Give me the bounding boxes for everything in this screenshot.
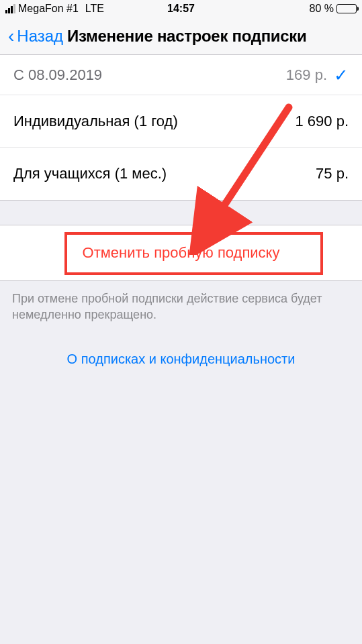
carrier-label: MegaFon #1 — [18, 3, 79, 15]
plan-option-row[interactable]: Для учащихся (1 мес.) 75 р. — [0, 148, 362, 200]
cancel-section: Отменить пробную подписку — [0, 225, 362, 281]
plan-option-row[interactable]: Индивидуальная (1 год) 1 690 р. — [0, 95, 362, 148]
subscription-list: С 08.09.2019 169 р. ✓ Индивидуальная (1 … — [0, 55, 362, 200]
chevron-left-icon: ‹ — [8, 27, 14, 46]
current-plan-price: 169 р. — [286, 66, 327, 84]
privacy-link-row: О подписках и конфиденциальности — [0, 339, 362, 379]
plan-option-price: 75 р. — [316, 165, 349, 182]
plan-option-price: 1 690 р. — [295, 113, 349, 130]
cancel-trial-button[interactable]: Отменить пробную подписку — [11, 237, 351, 268]
battery-percent: 80 % — [310, 3, 334, 15]
status-left: MegaFon #1 LTE — [5, 3, 104, 15]
back-button[interactable]: ‹ Назад — [8, 27, 63, 46]
plan-option-label: Для учащихся (1 мес.) — [13, 165, 167, 182]
section-gap — [0, 200, 362, 225]
nav-bar: ‹ Назад Изменение настроек подписки — [0, 17, 362, 55]
checkmark-icon: ✓ — [334, 66, 349, 84]
network-label: LTE — [85, 3, 104, 15]
privacy-link[interactable]: О подписках и конфиденциальности — [67, 352, 296, 366]
back-label: Назад — [17, 27, 63, 46]
status-bar: MegaFon #1 LTE 14:57 80 % — [0, 0, 362, 17]
plan-option-label: Индивидуальная (1 год) — [13, 113, 178, 130]
current-plan-since: С 08.09.2019 — [13, 66, 102, 84]
current-plan-row[interactable]: С 08.09.2019 169 р. ✓ — [0, 55, 362, 95]
cancel-footnote: При отмене пробной подписки действие сер… — [0, 281, 362, 339]
page-title: Изменение настроек подписки — [67, 27, 306, 46]
status-right: 80 % — [310, 3, 357, 15]
cellular-signal-icon — [5, 4, 15, 13]
clock: 14:57 — [167, 3, 195, 15]
battery-icon — [336, 4, 357, 13]
